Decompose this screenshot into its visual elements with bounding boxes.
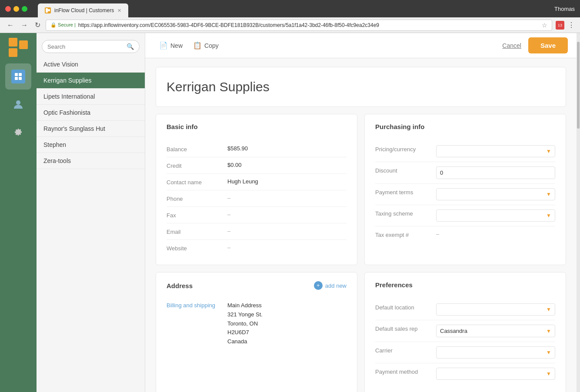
copy-icon: 📋 [193, 41, 202, 50]
carrier-select[interactable]: ▼ [436, 346, 555, 359]
new-icon: 📄 [159, 41, 168, 50]
payment-method-row: Payment method ▼ [375, 363, 555, 384]
nav-people-icon[interactable] [5, 91, 31, 117]
copy-button[interactable]: 📋 Copy [188, 39, 224, 52]
default-location-dropdown-arrow: ▼ [546, 306, 551, 312]
address-title: Address [167, 282, 193, 289]
payment-terms-label: Payment terms [375, 188, 436, 196]
address-value: Main Address 321 Yonge St. Toronto, ON H… [227, 301, 263, 346]
taxing-scheme-label: Taxing scheme [375, 209, 436, 217]
browser-tabs: inFlow Cloud | Customers ✕ [38, 0, 128, 17]
address-header: Address + add new [167, 281, 347, 290]
nav-customers-icon[interactable] [5, 63, 31, 90]
carrier-label: Carrier [375, 346, 436, 354]
billing-shipping-label: Billing and shipping [167, 301, 227, 309]
tab-close-icon[interactable]: ✕ [117, 8, 121, 13]
scroll-thumb [577, 42, 580, 129]
browser-chrome: inFlow Cloud | Customers ✕ Thomas [0, 0, 580, 17]
logo-sq1 [9, 38, 17, 47]
main-content: 📄 New 📋 Copy Cancel Save Kerrigan Suppli… [145, 33, 577, 392]
default-sales-rep-select[interactable]: Cassandra ▼ [436, 325, 555, 337]
list-item-zera-tools[interactable]: Zera-tools [37, 153, 145, 169]
browser-menu-icon[interactable]: ⋮ [568, 21, 575, 29]
default-sales-rep-value: Cassandra [440, 328, 467, 334]
customer-name-header: Kerrigan Supplies [156, 67, 566, 107]
add-new-button[interactable]: + add new [314, 281, 347, 290]
tax-exempt-label: Tax exempt # [375, 231, 436, 238]
credit-row: Credit $0.00 [167, 157, 347, 174]
tab-title: inFlow Cloud | Customers [54, 7, 114, 13]
default-location-label: Default location [375, 303, 436, 311]
cancel-button[interactable]: Cancel [495, 39, 528, 53]
svg-rect-4 [19, 73, 22, 76]
address-preferences-columns: Address + add new Billing and shipping M… [156, 272, 566, 392]
credit-label: Credit [167, 162, 227, 169]
fax-label: Fax [167, 211, 227, 219]
refresh-button[interactable]: ↻ [33, 20, 42, 30]
payment-terms-dropdown-arrow: ▼ [546, 191, 551, 197]
fax-row: Fax – [167, 207, 347, 223]
back-button[interactable]: ← [5, 20, 16, 30]
gear-icon [12, 126, 24, 138]
minimize-button[interactable] [13, 6, 19, 12]
purchasing-info-title: Purchasing info [375, 123, 555, 134]
list-item-lipets-international[interactable]: Lipets International [37, 89, 145, 105]
svg-rect-5 [15, 77, 18, 80]
scroll-indicator[interactable] [577, 33, 580, 392]
carrier-dropdown[interactable]: ▼ [436, 346, 555, 359]
save-button[interactable]: Save [528, 37, 568, 53]
new-button[interactable]: 📄 New [154, 39, 188, 52]
preferences-title: Preferences [375, 281, 555, 292]
contact-name-label: Contact name [167, 178, 227, 186]
search-input[interactable] [47, 43, 124, 50]
svg-rect-3 [15, 73, 18, 76]
list-item-kerrigan-supplies[interactable]: Kerrigan Supplies [37, 73, 145, 89]
profile-name: Thomas [554, 6, 575, 12]
payment-method-dropdown[interactable]: ▼ [436, 368, 555, 380]
close-button[interactable] [5, 6, 11, 12]
taxing-scheme-select[interactable]: ▼ [436, 209, 555, 222]
list-item-active-vision[interactable]: Active Vision [37, 56, 145, 73]
active-tab[interactable]: inFlow Cloud | Customers ✕ [38, 3, 128, 17]
preferences-section: Preferences Default location ▼ Default s… [364, 272, 566, 392]
svg-rect-0 [46, 8, 48, 10]
carrier-row: Carrier ▼ [375, 342, 555, 363]
list-item-optic-fashionista[interactable]: Optic Fashionista [37, 105, 145, 121]
address-section: Address + add new Billing and shipping M… [156, 272, 357, 392]
default-location-select[interactable]: ▼ [436, 303, 555, 316]
discount-row: Discount [375, 162, 555, 184]
list-item-raynors-sunglass-hut[interactable]: Raynor's Sunglass Hut [37, 121, 145, 137]
default-sales-rep-dropdown[interactable]: Cassandra ▼ [436, 325, 555, 337]
add-new-circle-icon: + [314, 281, 323, 290]
app-logo [7, 37, 29, 58]
default-location-dropdown[interactable]: ▼ [436, 303, 555, 316]
phone-label: Phone [167, 195, 227, 202]
maximize-button[interactable] [22, 6, 27, 12]
email-value: – [227, 228, 347, 234]
email-label: Email [167, 228, 227, 235]
people-icon [12, 98, 24, 110]
bookmark-icon[interactable]: ☆ [542, 22, 547, 29]
url-input[interactable]: 🔒 Secure | https://app.inflowinventory.c… [46, 20, 552, 31]
website-label: Website [167, 244, 227, 252]
search-box[interactable]: 🔍 [42, 40, 140, 53]
credit-value: $0.00 [227, 162, 347, 168]
fax-value: – [227, 211, 347, 218]
list-item-stephen[interactable]: Stephen [37, 137, 145, 153]
calendar-icon[interactable]: 13 [556, 21, 564, 30]
url-text: https://app.inflowinventory.com/EC065536… [78, 22, 379, 28]
discount-input[interactable] [436, 166, 555, 179]
default-location-row: Default location ▼ [375, 299, 555, 320]
taxing-scheme-dropdown[interactable]: ▼ [436, 209, 555, 222]
payment-terms-dropdown[interactable]: ▼ [436, 188, 555, 200]
pricing-dropdown[interactable]: ▼ [436, 145, 555, 157]
payment-terms-select[interactable]: ▼ [436, 188, 555, 200]
balance-row: Balance $585.90 [167, 141, 347, 157]
nav-settings-icon[interactable] [5, 119, 31, 145]
content-area: Kerrigan Supplies Basic info Balance $58… [145, 58, 577, 392]
forward-button[interactable]: → [19, 20, 30, 30]
tab-favicon [45, 7, 51, 13]
svg-rect-6 [19, 77, 22, 80]
pricing-select[interactable]: ▼ [436, 145, 555, 157]
payment-method-select[interactable]: ▼ [436, 368, 555, 380]
